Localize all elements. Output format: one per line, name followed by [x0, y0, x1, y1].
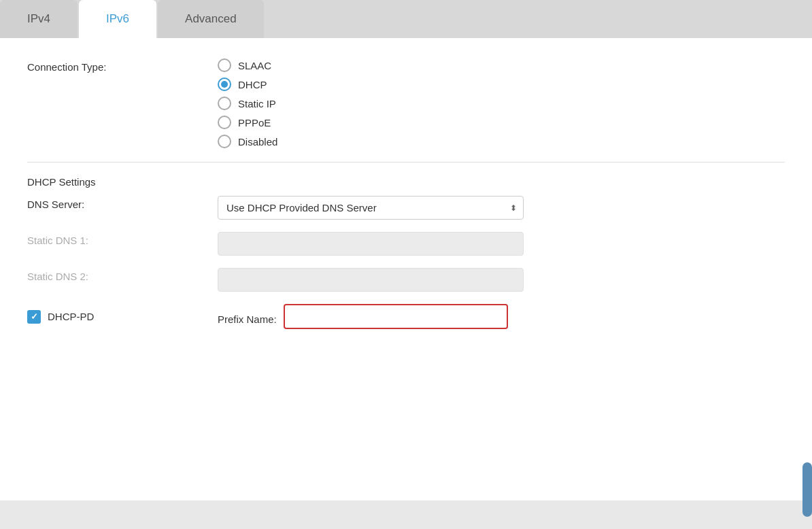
radio-label-static-ip: Static IP — [238, 98, 276, 109]
radio-option-static-ip[interactable]: Static IP — [218, 97, 277, 110]
tab-advanced[interactable]: Advanced — [158, 0, 264, 38]
connection-type-row: Connection Type: SLAAC DHCP Static IP PP… — [27, 58, 785, 148]
dhcp-pd-row: DHCP-PD Prefix Name: — [27, 304, 785, 329]
connection-type-label: Connection Type: — [27, 58, 218, 73]
radio-label-slaac: SLAAC — [238, 60, 271, 71]
dhcp-section-title: DHCP Settings — [27, 176, 785, 188]
dhcp-pd-checkbox-area: DHCP-PD — [27, 310, 218, 324]
tab-bar: IPv4 IPv6 Advanced — [0, 0, 812, 38]
scrollbar[interactable] — [802, 462, 812, 517]
radio-option-pppoe[interactable]: PPPoE — [218, 116, 277, 129]
prefix-name-input[interactable] — [284, 304, 508, 329]
radio-circle-dhcp — [218, 78, 231, 91]
content-area: Connection Type: SLAAC DHCP Static IP PP… — [0, 38, 812, 500]
radio-label-pppoe: PPPoE — [238, 117, 271, 129]
radio-circle-slaac — [218, 58, 231, 72]
tab-ipv6[interactable]: IPv6 — [79, 0, 156, 38]
radio-group: SLAAC DHCP Static IP PPPoE Disabled — [218, 58, 277, 148]
tab-ipv4[interactable]: IPv4 — [0, 0, 78, 38]
radio-option-dhcp[interactable]: DHCP — [218, 78, 277, 91]
prefix-name-area: Prefix Name: — [218, 304, 508, 329]
radio-circle-disabled — [218, 135, 231, 148]
dhcp-pd-label: DHCP-PD — [48, 311, 94, 322]
radio-label-disabled: Disabled — [238, 136, 277, 148]
prefix-name-label: Prefix Name: — [218, 308, 277, 325]
dns-server-select-wrapper: Use DHCP Provided DNS Server Use Custom … — [218, 196, 524, 220]
radio-circle-static-ip — [218, 97, 231, 110]
dns-server-row: DNS Server: Use DHCP Provided DNS Server… — [27, 196, 785, 220]
dns-server-select[interactable]: Use DHCP Provided DNS Server Use Custom … — [218, 196, 524, 220]
static-dns2-input[interactable] — [218, 268, 524, 292]
static-dns1-label: Static DNS 1: — [27, 232, 218, 246]
radio-circle-pppoe — [218, 116, 231, 129]
dns-server-label: DNS Server: — [27, 196, 218, 210]
radio-option-disabled[interactable]: Disabled — [218, 135, 277, 148]
static-dns1-row: Static DNS 1: — [27, 232, 785, 256]
divider — [27, 162, 785, 163]
dhcp-pd-checkbox[interactable] — [27, 310, 41, 324]
radio-label-dhcp: DHCP — [238, 79, 267, 90]
radio-option-slaac[interactable]: SLAAC — [218, 58, 277, 72]
static-dns2-row: Static DNS 2: — [27, 268, 785, 292]
static-dns1-input[interactable] — [218, 232, 524, 256]
static-dns2-label: Static DNS 2: — [27, 268, 218, 282]
